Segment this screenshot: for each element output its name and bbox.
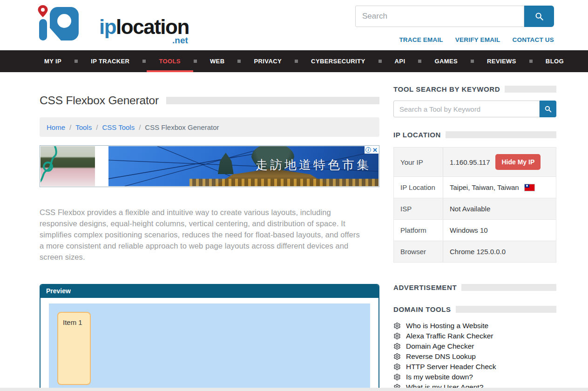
domain-tool-link[interactable]: Domain Age Checker [406,342,474,351]
domain-tool-link[interactable]: HTTP Server Header Check [406,363,496,371]
nav-inner: MY IP IP TRACKER TOOLS WEB PRIVACY CYBER… [40,50,568,72]
site-logo[interactable]: iplocation .net [35,4,189,42]
nav-separator [194,60,197,63]
ad-photo-building: 走訪地道特色市集 i ✕ [108,146,378,186]
title-row: CSS Flexbox Generator [40,94,379,107]
domain-tool-link[interactable]: Is my website down? [406,373,473,381]
breadcrumb-home[interactable]: Home [47,123,65,131]
advertisement-heading-text: ADVERTISEMENT [393,283,457,291]
main-column: CSS Flexbox Generator Home / Tools / CSS… [40,72,379,391]
page: iplocation .net TRACE EMAIL VERIFY EMAIL [0,0,588,391]
table-row: IP Location Taipei, Taiwan, Taiwan [394,177,556,198]
ad-building-base [189,179,378,186]
breadcrumb-separator: / [69,123,71,131]
preview-panel-header: Preview [41,285,378,298]
taiwan-flag-icon [525,184,534,191]
ip-location-value: Taipei, Taiwan, Taiwan [450,183,519,191]
search-icon [534,11,544,21]
hide-my-ip-button[interactable]: Hide My IP [495,154,541,170]
preview-panel: Preview Item 1 [40,284,379,391]
ad-close-icon[interactable]: ✕ [372,147,378,153]
heading-decoration-bar [446,131,556,138]
nav-item-privacy[interactable]: PRIVACY [249,50,286,72]
table-row: Your IP 1.160.95.117 Hide My IP [394,148,556,177]
nav-separator [418,60,421,63]
domain-tool-link[interactable]: Reverse DNS Lookup [406,352,476,361]
gear-icon [393,353,401,360]
gear-icon [393,332,401,340]
logo-glyph-icon [35,4,96,42]
ad-headline: 走訪地道特色市集 [256,157,371,173]
contact-us-link[interactable]: CONTACT US [513,36,554,43]
nav-separator [142,60,146,63]
domain-tools-heading-text: DOMAIN TOOLS [393,305,451,313]
table-row: ISP Not Available [394,198,556,220]
tool-search-button[interactable] [540,101,556,117]
flex-preview-item-1[interactable]: Item 1 [57,312,91,385]
ad-controls: i ✕ [365,146,378,154]
breadcrumb-separator: / [96,123,98,131]
site-search-input[interactable] [355,6,524,27]
advertisement-heading: ADVERTISEMENT [393,283,556,291]
ip-row-value: Taipei, Taiwan, Taiwan [443,177,556,198]
list-item: HTTP Server Header Check [393,362,556,372]
heading-decoration-bar [456,306,556,313]
domain-tool-link[interactable]: Who is Hosting a Website [406,322,488,330]
adchoices-info-icon[interactable]: i [365,147,371,153]
site-search [355,6,554,27]
breadcrumb-css-tools[interactable]: CSS Tools [102,123,135,131]
table-row: Browser Chrome 125.0.0.0 [394,241,556,263]
your-ip-value: 1.160.95.117 [450,158,490,166]
nav-separator [471,60,474,63]
domain-tools-list: Who is Hosting a Website Alexa Traffic R… [393,321,556,391]
list-item: Alexa Traffic Rank Checker [393,331,556,341]
site-search-button[interactable] [524,6,554,27]
ad-banner[interactable]: 走訪地道特色市集 i ✕ [40,145,379,187]
tool-search-heading-text: TOOL SEARCH BY KEYWORD [393,85,500,93]
ad-photo-landscape [41,146,95,186]
logo-text-location: location [116,15,189,38]
ip-location-heading: IP LOCATION [393,131,556,139]
title-decoration-bar [166,97,379,104]
page-bottom-strip [0,388,588,391]
nav-item-tools[interactable]: TOOLS [154,50,185,72]
ip-row-label: ISP [394,198,443,220]
nav-separator [237,60,241,63]
list-item: Who is Hosting a Website [393,321,556,331]
site-header: iplocation .net TRACE EMAIL VERIFY EMAIL [0,0,588,50]
tool-search-input[interactable] [393,101,540,117]
ip-location-table: Your IP 1.160.95.117 Hide My IP IP Locat… [393,147,556,263]
domain-tool-link[interactable]: Alexa Traffic Rank Checker [406,332,493,340]
logo-text-net: .net [172,36,188,45]
breadcrumb-tools[interactable]: Tools [75,123,92,131]
ip-row-label: Your IP [394,148,443,177]
list-item: Domain Age Checker [393,341,556,351]
nav-separator [74,60,78,63]
tool-description: CSS Flexbox provides a flexible and intu… [40,207,365,263]
nav-separator [529,60,533,63]
nav-item-reviews[interactable]: REVIEWS [482,50,521,72]
nav-item-blog[interactable]: BLOG [541,50,568,72]
breadcrumb-separator: / [139,123,141,131]
trace-email-link[interactable]: TRACE EMAIL [399,36,443,43]
nav-item-cybersecurity[interactable]: CYBERSECURITY [306,50,370,72]
nav-item-api[interactable]: API [390,50,410,72]
tool-search-heading: TOOL SEARCH BY KEYWORD [393,85,556,93]
logo-text: iplocation .net [99,17,189,37]
browser-value: Chrome 125.0.0.0 [443,241,556,263]
heading-decoration-bar [505,86,556,93]
breadcrumb-current: CSS Flexbox Generator [145,123,219,131]
header-links: TRACE EMAIL VERIFY EMAIL CONTACT US [399,36,554,43]
platform-value: Windows 10 [443,220,556,241]
ip-location-heading-text: IP LOCATION [393,131,441,139]
table-row: Platform Windows 10 [394,220,556,241]
heading-decoration-bar [461,284,556,291]
nav-item-ip-tracker[interactable]: IP TRACKER [86,50,134,72]
nav-item-web[interactable]: WEB [205,50,230,72]
nav-item-games[interactable]: GAMES [430,50,462,72]
gear-icon [393,322,401,330]
gear-icon [393,343,401,350]
verify-email-link[interactable]: VERIFY EMAIL [455,36,500,43]
search-icon [544,105,552,113]
nav-item-my-ip[interactable]: MY IP [40,50,66,72]
